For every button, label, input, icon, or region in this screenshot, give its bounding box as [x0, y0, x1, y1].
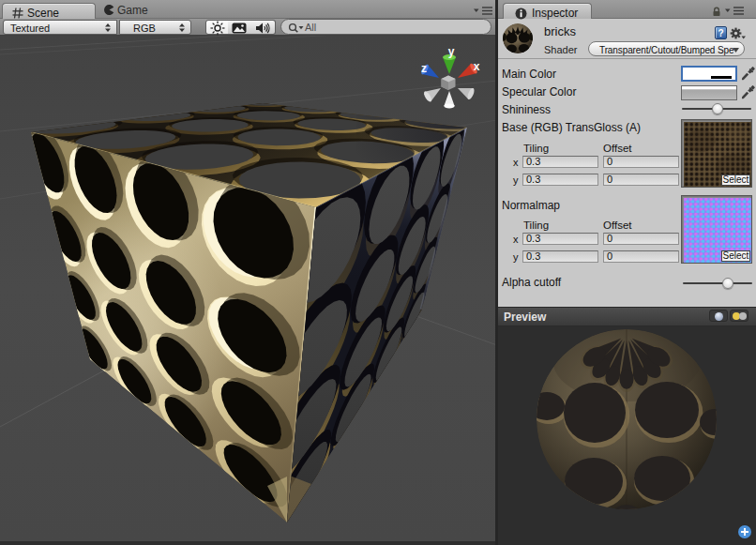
svg-text:x: x — [474, 60, 480, 73]
svg-text:z: z — [421, 62, 427, 75]
svg-text:y: y — [448, 45, 455, 58]
